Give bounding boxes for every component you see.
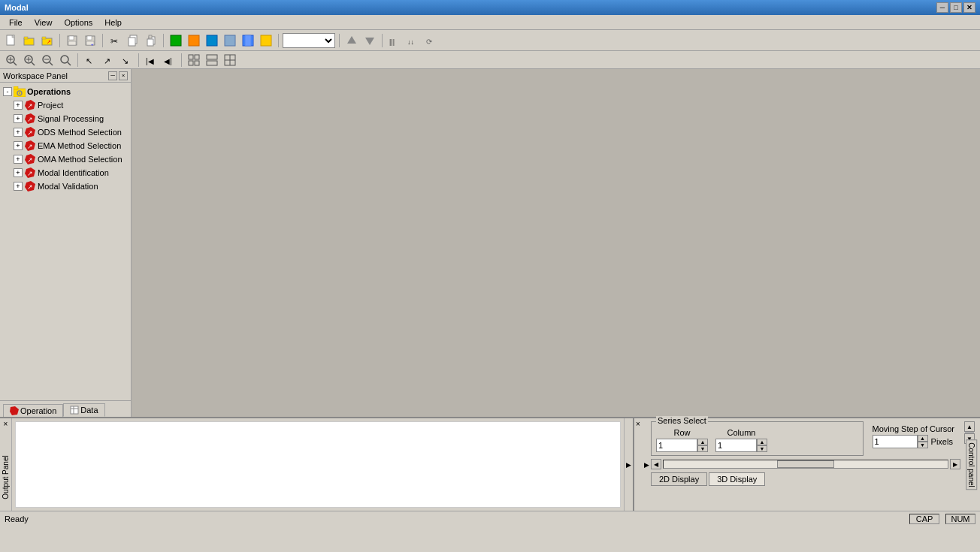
series-row-spin-up[interactable]: ▲ xyxy=(697,439,708,445)
mode-btn-2[interactable] xyxy=(186,33,202,48)
panel-close-button[interactable]: × xyxy=(119,71,128,80)
control-panel-expand-btn[interactable]: ▶ xyxy=(642,418,651,511)
zoom-fit-button[interactable] xyxy=(3,53,20,68)
series-column-spin-up[interactable]: ▲ xyxy=(757,439,767,445)
tree-item-modal-identification[interactable]: + ↗ Modal Identification xyxy=(2,166,129,179)
grid-btn-3[interactable] xyxy=(222,53,238,68)
tree-expand-modal-validation[interactable]: + xyxy=(14,182,23,191)
output-expand-btn[interactable]: ▶ xyxy=(624,418,633,511)
mode-btn-3[interactable] xyxy=(204,33,220,48)
mode-btn-4[interactable] xyxy=(222,33,238,48)
zoom-region-button[interactable] xyxy=(57,53,74,68)
series-column-label: Column xyxy=(727,428,756,437)
series-row-spinners: ▲ ▼ xyxy=(697,439,708,452)
scroll-right-btn[interactable]: ▶ xyxy=(950,459,960,469)
cursor-btn-2[interactable]: ↗ xyxy=(100,53,116,68)
new-button[interactable] xyxy=(3,33,20,48)
tree-item-signal-processing[interactable]: + ↗ Signal Processing xyxy=(2,112,129,125)
menu-view[interactable]: View xyxy=(29,17,59,29)
scroll-left-btn[interactable]: ◀ xyxy=(651,459,661,469)
close-window-button[interactable]: ✕ xyxy=(963,2,975,13)
moving-step-spin-up[interactable]: ▲ xyxy=(918,435,928,442)
tree-expand-project[interactable]: + xyxy=(14,101,23,110)
svg-rect-52 xyxy=(189,61,193,65)
mode-btn-5[interactable] xyxy=(240,33,256,48)
tab-2d-display[interactable]: 2D Display xyxy=(651,472,707,486)
svg-text:↗: ↗ xyxy=(27,102,33,110)
workspace-panel-header: Workspace Panel ─ × xyxy=(0,69,131,83)
func-btn-3[interactable]: ⟳ xyxy=(422,33,439,48)
minimize-button[interactable]: ─ xyxy=(936,2,948,13)
svg-point-43 xyxy=(61,56,68,63)
paste-button[interactable] xyxy=(143,33,159,48)
tree-item-project[interactable]: + ↗ Project xyxy=(2,98,129,112)
save-as-button[interactable]: + xyxy=(82,33,98,48)
svg-rect-26 xyxy=(261,35,271,46)
moving-step-input[interactable] xyxy=(873,435,918,448)
svg-line-41 xyxy=(50,62,53,65)
tree-item-operations[interactable]: - Operations xyxy=(2,85,129,98)
series-column-spin-down[interactable]: ▼ xyxy=(757,445,767,452)
tree-expand-operations[interactable]: - xyxy=(3,87,12,96)
tree-expand-ods-method[interactable]: + xyxy=(14,128,23,137)
control-panel: × ▶ Series Select Row ▲ xyxy=(634,418,980,511)
menu-help[interactable]: Help xyxy=(98,17,128,29)
zoom-out-button[interactable] xyxy=(39,53,56,68)
tab-data[interactable]: Data xyxy=(63,403,104,417)
func-btn-2[interactable]: ↓↓ xyxy=(404,33,421,48)
tab-3d-display[interactable]: 3D Display xyxy=(709,472,765,486)
grid-btn-1[interactable] xyxy=(186,53,202,68)
tree-expand-signal-processing[interactable]: + xyxy=(14,114,23,123)
cursor-btn-1[interactable]: ↖ xyxy=(82,53,98,68)
tree-item-modal-validation[interactable]: + ↗ Modal Validation xyxy=(2,179,129,193)
ods-method-icon: ↗ xyxy=(24,126,36,138)
zoom-in-button[interactable] xyxy=(21,53,38,68)
tree-item-ema-method[interactable]: + ↗ EMA Method Selection xyxy=(2,139,129,152)
control-panel-close-btn[interactable]: × xyxy=(636,420,640,428)
cut-button[interactable]: ✂ xyxy=(107,33,123,48)
horiz-scroll-thumb[interactable] xyxy=(777,460,834,468)
tree-expand-modal-identification[interactable]: + xyxy=(14,168,23,177)
menu-file[interactable]: File xyxy=(3,17,29,29)
pixels-label: Pixels xyxy=(931,437,953,446)
nav-btn-1[interactable]: |◀ xyxy=(143,53,159,68)
func-btn-1[interactable]: ||| xyxy=(386,33,403,48)
tree-expand-ema-method[interactable]: + xyxy=(14,141,23,150)
tree-label-ema-method: EMA Method Selection xyxy=(38,141,121,150)
tree-expand-oma-method[interactable]: + xyxy=(14,155,23,164)
series-row-input[interactable] xyxy=(656,439,697,452)
tree-root: - Operations + xyxy=(2,84,129,194)
maximize-button[interactable]: □ xyxy=(950,2,962,13)
arrow-up-button[interactable] xyxy=(343,33,360,48)
menu-options[interactable]: Options xyxy=(58,17,98,29)
toolbar-dropdown[interactable] xyxy=(283,33,335,48)
mode-btn-6[interactable] xyxy=(258,33,274,48)
output-panel: × Output Panel ▶ xyxy=(0,418,634,511)
scroll-up-btn[interactable]: ▲ xyxy=(964,421,975,432)
ema-method-icon: ↗ xyxy=(24,140,36,152)
svg-text:↓↓: ↓↓ xyxy=(407,38,414,46)
tree-item-oma-method[interactable]: + ↗ OMA Method Selection xyxy=(2,152,129,166)
output-content xyxy=(15,421,621,508)
title-bar-controls: ─ □ ✕ xyxy=(936,2,975,13)
nav-btn-2[interactable]: ◀| xyxy=(161,53,177,68)
open-recent-button[interactable]: ↗ xyxy=(39,33,56,48)
series-column-input[interactable] xyxy=(715,439,757,452)
series-row-label: Row xyxy=(673,428,690,437)
tab-operation[interactable]: Operation xyxy=(3,404,63,417)
moving-step-spin-down[interactable]: ▼ xyxy=(918,442,928,448)
grid-btn-2[interactable] xyxy=(204,53,220,68)
tree-item-ods-method[interactable]: + ↗ ODS Method Selection xyxy=(2,125,129,139)
panel-pin-button[interactable]: ─ xyxy=(108,71,117,80)
mode-btn-1[interactable] xyxy=(168,33,184,48)
cursor-btn-3[interactable]: ↘ xyxy=(118,53,135,68)
svg-rect-3 xyxy=(24,37,28,39)
output-panel-close-btn[interactable]: × xyxy=(4,420,8,428)
svg-rect-20 xyxy=(171,35,181,46)
copy-button[interactable] xyxy=(125,33,141,48)
arrow-down-button[interactable] xyxy=(361,33,378,48)
save-button[interactable] xyxy=(64,33,80,48)
toolbar2-sep-2 xyxy=(138,53,139,67)
open-button[interactable] xyxy=(21,33,38,48)
series-row-spin-down[interactable]: ▼ xyxy=(697,445,708,452)
